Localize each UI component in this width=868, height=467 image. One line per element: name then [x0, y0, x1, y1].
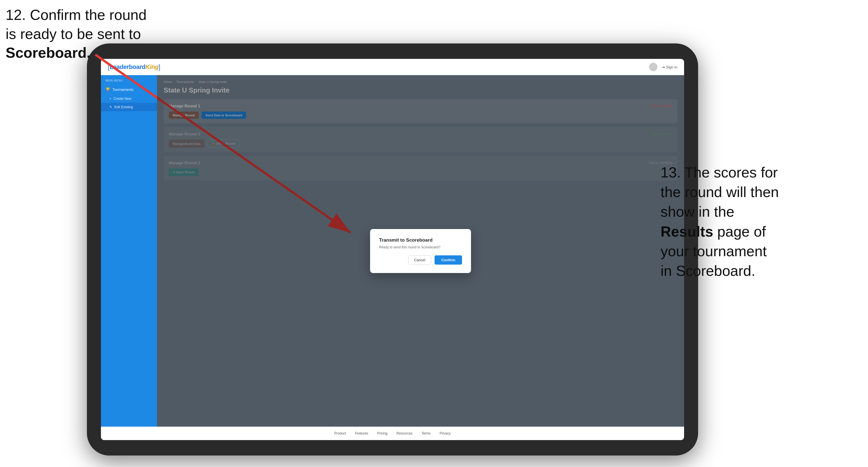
sidebar: MAIN MENU 🏆 Tournaments + Create New ✎ E…	[101, 75, 157, 427]
sidebar-tournaments-label: Tournaments	[113, 88, 133, 92]
logo-bracket-close: ]	[158, 63, 160, 71]
footer-terms[interactable]: Terms	[422, 431, 431, 435]
plus-icon: +	[109, 97, 111, 101]
trophy-icon: 🏆	[105, 87, 110, 92]
sign-in-button[interactable]: ➔ Sign In	[662, 65, 677, 69]
logo-king: King	[145, 63, 158, 70]
sidebar-item-tournaments[interactable]: 🏆 Tournaments	[101, 84, 157, 94]
create-new-label: Create New	[114, 97, 131, 101]
modal-overlay: Transmit to Scoreboard Ready to send thi…	[157, 75, 684, 427]
modal-actions: Cancel Confirm	[379, 255, 462, 264]
logo-leaderboard: Leaderboard	[110, 63, 146, 70]
modal-title: Transmit to Scoreboard	[379, 238, 462, 243]
content-area: Home › Tournaments › State U Spring Invi…	[157, 75, 684, 427]
sign-in-label: Sign In	[666, 65, 677, 69]
tablet-shell: [ LeaderboardKing ] ➔ Sign In MAIN MENU …	[87, 43, 698, 456]
confirm-button[interactable]: Confirm	[435, 255, 462, 264]
main-layout: MAIN MENU 🏆 Tournaments + Create New ✎ E…	[101, 75, 684, 427]
footer-features[interactable]: Features	[355, 431, 368, 435]
annotation-line1: 12. Confirm the round	[6, 7, 147, 23]
sidebar-item-edit-existing[interactable]: ✎ Edit Existing	[101, 103, 157, 111]
footer-product[interactable]: Product	[335, 431, 346, 435]
logo-bracket: [	[108, 63, 110, 71]
footer: Product Features Pricing Resources Terms…	[101, 427, 684, 440]
footer-privacy[interactable]: Privacy	[440, 431, 451, 435]
main-menu-label: MAIN MENU	[101, 79, 157, 84]
edit-existing-label: Edit Existing	[114, 105, 133, 109]
sidebar-item-create-new[interactable]: + Create New	[101, 94, 157, 103]
footer-resources[interactable]: Resources	[397, 431, 412, 435]
logo-text: LeaderboardKing	[110, 63, 159, 71]
cancel-button[interactable]: Cancel	[408, 255, 431, 264]
annotation-right: 13. The scores forthe round will thensho…	[660, 163, 857, 281]
modal-subtitle: Ready to send this round to Scoreboard?	[379, 245, 462, 249]
footer-pricing[interactable]: Pricing	[377, 431, 388, 435]
annotation-bold: Scoreboard.	[6, 44, 91, 61]
nav-right: ➔ Sign In	[649, 63, 677, 71]
annotation-top: 12. Confirm the round is ready to be sen…	[6, 6, 147, 63]
tablet-screen: [ LeaderboardKing ] ➔ Sign In MAIN MENU …	[101, 59, 684, 440]
annotation-line2: is ready to be sent to	[6, 26, 141, 42]
edit-icon: ✎	[109, 105, 112, 109]
avatar	[649, 63, 657, 71]
top-nav: [ LeaderboardKing ] ➔ Sign In	[101, 59, 684, 75]
logo-area: [ LeaderboardKing ]	[108, 63, 160, 71]
modal-box: Transmit to Scoreboard Ready to send thi…	[370, 229, 471, 273]
